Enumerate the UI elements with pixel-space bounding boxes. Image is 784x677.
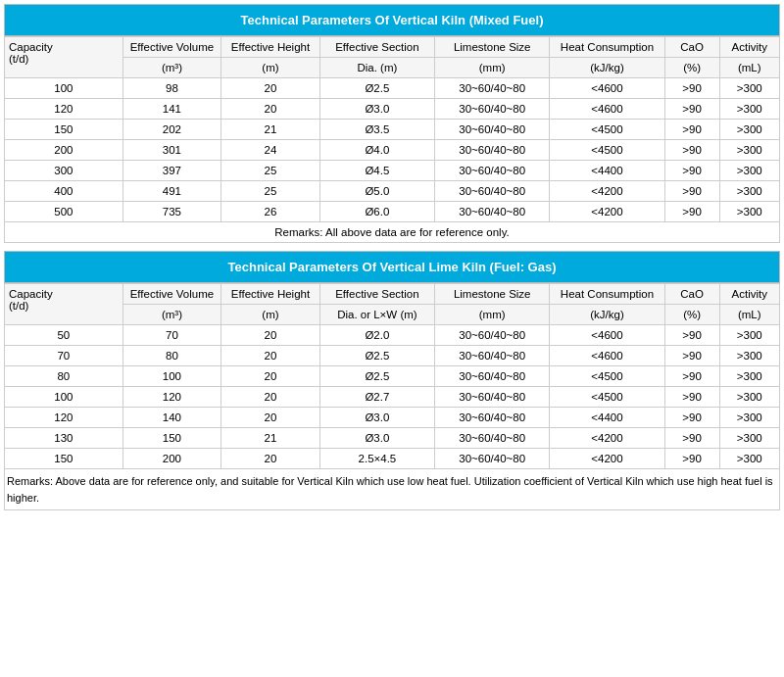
t1-capacity-0: 100 xyxy=(5,78,123,99)
t2-limestone-3: 30~60/40~80 xyxy=(435,387,550,408)
table1-cao-header: CaO xyxy=(664,37,719,58)
table-row: 100 120 20 Ø2.7 30~60/40~80 <4500 >90 >3… xyxy=(5,387,780,408)
t1-cao-4: >90 xyxy=(664,161,719,181)
table-row: 130 150 21 Ø3.0 30~60/40~80 <4200 >90 >3… xyxy=(5,428,780,449)
t1-effvol-5: 491 xyxy=(122,181,221,202)
t2-capacity-3: 100 xyxy=(5,387,123,408)
table2-title: Technical Parameters Of Vertical Lime Ki… xyxy=(4,251,780,283)
t2-activity-4: >300 xyxy=(719,408,780,428)
t2-effsec-1: Ø2.5 xyxy=(319,346,434,366)
t2-activity-0: >300 xyxy=(719,325,780,346)
t2-heat-5: <4200 xyxy=(550,428,664,449)
table2-header-row1: Capacity (t/d) Effective Volume Effectiv… xyxy=(5,284,780,305)
table2-effvol-header: Effective Volume xyxy=(122,284,221,305)
t1-effvol-6: 735 xyxy=(122,202,221,222)
table-row: 120 141 20 Ø3.0 30~60/40~80 <4600 >90 >3… xyxy=(5,99,780,120)
t1-heat-4: <4400 xyxy=(550,161,664,181)
t1-limestone-4: 30~60/40~80 xyxy=(435,161,550,181)
t1-effvol-2: 202 xyxy=(122,120,221,140)
t2-effsec-5: Ø3.0 xyxy=(319,428,434,449)
t2-limestone-1: 30~60/40~80 xyxy=(435,346,550,366)
table1-remarks: Remarks: All above data are for referenc… xyxy=(5,222,780,243)
t2-effvol-0: 70 xyxy=(122,325,221,346)
t1-capacity-4: 300 xyxy=(5,161,123,181)
table1-effvol-unit: (m³) xyxy=(122,58,221,78)
t2-heat-6: <4200 xyxy=(550,449,664,469)
t2-cao-3: >90 xyxy=(664,387,719,408)
t1-capacity-5: 400 xyxy=(5,181,123,202)
t1-cao-6: >90 xyxy=(664,202,719,222)
t1-effh-2: 21 xyxy=(221,120,320,140)
table1-effsec-header: Effective Section xyxy=(319,37,434,58)
t1-activity-2: >300 xyxy=(719,120,780,140)
t1-effh-3: 24 xyxy=(221,140,320,161)
t1-limestone-2: 30~60/40~80 xyxy=(435,120,550,140)
t1-effsec-1: Ø3.0 xyxy=(319,99,434,120)
t1-effh-1: 20 xyxy=(221,99,320,120)
table1-activity-header: Activity xyxy=(719,37,780,58)
table2-effsec-unit: Dia. or L×W (m) xyxy=(319,305,434,325)
table1-effh-unit: (m) xyxy=(221,58,320,78)
table-row: 50 70 20 Ø2.0 30~60/40~80 <4600 >90 >300 xyxy=(5,325,780,346)
t2-capacity-5: 130 xyxy=(5,428,123,449)
t1-limestone-0: 30~60/40~80 xyxy=(435,78,550,99)
t2-effvol-4: 140 xyxy=(122,408,221,428)
t2-effsec-0: Ø2.0 xyxy=(319,325,434,346)
table1-effsec-unit: Dia. (m) xyxy=(319,58,434,78)
t2-cao-2: >90 xyxy=(664,366,719,387)
table2-heat-unit: (kJ/kg) xyxy=(550,305,664,325)
table2-body: 50 70 20 Ø2.0 30~60/40~80 <4600 >90 >300… xyxy=(5,325,780,469)
table-row: 80 100 20 Ø2.5 30~60/40~80 <4500 >90 >30… xyxy=(5,366,780,387)
t2-cao-4: >90 xyxy=(664,408,719,428)
table1-title: Technical Parameters Of Vertical Kiln (M… xyxy=(4,4,780,36)
t1-cao-1: >90 xyxy=(664,99,719,120)
t2-effsec-2: Ø2.5 xyxy=(319,366,434,387)
t2-effvol-1: 80 xyxy=(122,346,221,366)
table1-header-row1: Capacity (t/d) Effective Volume Effectiv… xyxy=(5,37,780,58)
t1-cao-3: >90 xyxy=(664,140,719,161)
t2-activity-5: >300 xyxy=(719,428,780,449)
t2-heat-2: <4500 xyxy=(550,366,664,387)
t1-heat-2: <4500 xyxy=(550,120,664,140)
t2-effsec-6: 2.5×4.5 xyxy=(319,449,434,469)
t1-limestone-1: 30~60/40~80 xyxy=(435,99,550,120)
table1-effh-header: Effective Height xyxy=(221,37,320,58)
t1-effvol-0: 98 xyxy=(122,78,221,99)
table2-cao-unit: (%) xyxy=(664,305,719,325)
t1-effh-0: 20 xyxy=(221,78,320,99)
t2-cao-1: >90 xyxy=(664,346,719,366)
t2-activity-6: >300 xyxy=(719,449,780,469)
table1-cao-unit: (%) xyxy=(664,58,719,78)
t2-effvol-5: 150 xyxy=(122,428,221,449)
t2-heat-4: <4400 xyxy=(550,408,664,428)
table2-limestone-unit: (mm) xyxy=(435,305,550,325)
t1-activity-5: >300 xyxy=(719,181,780,202)
t1-capacity-1: 120 xyxy=(5,99,123,120)
table-row: 400 491 25 Ø5.0 30~60/40~80 <4200 >90 >3… xyxy=(5,181,780,202)
t1-effsec-2: Ø3.5 xyxy=(319,120,434,140)
t2-cao-5: >90 xyxy=(664,428,719,449)
table-row: 100 98 20 Ø2.5 30~60/40~80 <4600 >90 >30… xyxy=(5,78,780,99)
table2-activity-header: Activity xyxy=(719,284,780,305)
t1-effvol-4: 397 xyxy=(122,161,221,181)
table2-capacity-header: Capacity (t/d) xyxy=(5,284,123,325)
table2-effvol-unit: (m³) xyxy=(122,305,221,325)
t1-heat-0: <4600 xyxy=(550,78,664,99)
gap xyxy=(4,243,780,251)
t1-activity-6: >300 xyxy=(719,202,780,222)
t2-limestone-2: 30~60/40~80 xyxy=(435,366,550,387)
t1-effvol-3: 301 xyxy=(122,140,221,161)
t1-activity-0: >300 xyxy=(719,78,780,99)
t2-effsec-3: Ø2.7 xyxy=(319,387,434,408)
t2-capacity-1: 70 xyxy=(5,346,123,366)
t2-limestone-4: 30~60/40~80 xyxy=(435,408,550,428)
t1-capacity-2: 150 xyxy=(5,120,123,140)
t2-effh-5: 21 xyxy=(221,428,320,449)
table-row: 200 301 24 Ø4.0 30~60/40~80 <4500 >90 >3… xyxy=(5,140,780,161)
t2-limestone-5: 30~60/40~80 xyxy=(435,428,550,449)
t2-activity-2: >300 xyxy=(719,366,780,387)
t2-cao-0: >90 xyxy=(664,325,719,346)
t1-limestone-3: 30~60/40~80 xyxy=(435,140,550,161)
t1-activity-1: >300 xyxy=(719,99,780,120)
table2-cao-header: CaO xyxy=(664,284,719,305)
